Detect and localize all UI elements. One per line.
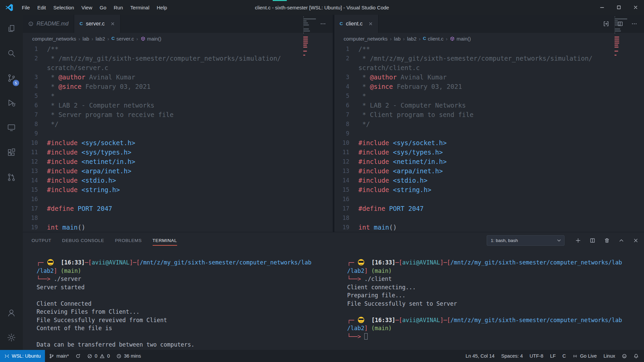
terminal-right[interactable]: ┌─ 😎 [16:33]─[avii@AVINAL]─[/mnt/z/my_gi… xyxy=(333,258,644,350)
breadcrumb-item[interactable]: lab2 xyxy=(407,36,416,42)
activitybar-github-pull-requests[interactable] xyxy=(0,165,23,190)
sync-status[interactable] xyxy=(72,350,84,362)
git-branch[interactable]: main* xyxy=(46,350,72,362)
code-token: #include xyxy=(47,167,78,175)
minimap-line xyxy=(614,49,634,50)
maximize-panel-icon[interactable] xyxy=(619,238,624,243)
code-token xyxy=(389,177,393,184)
c-file-icon: C xyxy=(79,21,83,26)
menu-edit[interactable]: Edit xyxy=(34,3,50,12)
code-token xyxy=(389,148,393,156)
tab-readme.md[interactable]: README.md xyxy=(23,15,74,33)
breadcrumb-item[interactable]: computer_networks xyxy=(344,36,388,42)
code-line: 11#include <sys/types.h> xyxy=(334,147,644,157)
menu-file[interactable]: File xyxy=(18,3,34,12)
minimap-line xyxy=(303,51,307,52)
breadcrumb-item[interactable]: Cserver.c xyxy=(111,36,134,42)
terminal-token: Client Connected xyxy=(37,300,92,307)
titlebar: FileEditSelectionViewGoRunTerminalHelp c… xyxy=(0,0,644,15)
terminal-picker[interactable]: 1: bash, bash xyxy=(487,235,565,246)
tab-server.c[interactable]: Cserver.c xyxy=(74,15,121,33)
panel-tab-debug-console[interactable]: DEBUG CONSOLE xyxy=(62,232,104,248)
menu-run[interactable]: Run xyxy=(110,3,127,12)
code-token: <string.h> xyxy=(82,186,120,193)
code-token: * Server program to receive file xyxy=(47,111,174,118)
cursor-position[interactable]: Ln 45, Col 14 xyxy=(462,350,498,362)
activitybar-run-and-debug[interactable] xyxy=(0,90,23,115)
activitybar-source-control[interactable]: 5 xyxy=(0,66,23,90)
indentation[interactable]: Spaces: 4 xyxy=(498,350,526,362)
remote-indicator[interactable]: WSL: Ubuntu xyxy=(0,350,45,362)
breadcrumb-item[interactable]: lab2 xyxy=(96,36,105,42)
code-line: 9 xyxy=(334,129,644,138)
terminal-left[interactable]: ┌─ 😎 [16:33]─[avii@AVINAL]─[/mnt/z/my_gi… xyxy=(23,258,333,350)
code-line: 4 * @since February 03, 2021 xyxy=(334,82,644,91)
breadcrumb-item[interactable]: lab xyxy=(83,36,89,42)
minimap-line xyxy=(303,26,304,27)
notifications[interactable] xyxy=(630,350,642,362)
menu-terminal[interactable]: Terminal xyxy=(127,3,153,12)
remote-os[interactable]: Linux xyxy=(600,350,619,362)
language-mode[interactable]: C xyxy=(559,350,569,362)
code-text: * @author Avinal Kumar xyxy=(359,72,447,82)
code-line: 2 * /mnt/z/my_git/sixth-semester/compute… xyxy=(334,54,644,63)
breadcrumb-item[interactable]: main() xyxy=(450,36,471,42)
line-number: 5 xyxy=(23,91,47,101)
split-terminal-icon[interactable] xyxy=(590,238,595,243)
code-line: 5 * xyxy=(334,91,644,101)
new-terminal-icon[interactable] xyxy=(575,238,581,243)
eol-sequence[interactable]: LF xyxy=(547,350,559,362)
problems[interactable]: 00 xyxy=(84,350,113,362)
activitybar-search[interactable] xyxy=(0,41,23,66)
breadcrumb-item[interactable]: lab xyxy=(394,36,400,42)
menu-go[interactable]: Go xyxy=(96,3,110,12)
kill-terminal-icon[interactable] xyxy=(604,238,610,243)
panel-tab-terminal[interactable]: TERMINAL xyxy=(153,232,177,248)
panel-tab-problems[interactable]: PROBLEMS xyxy=(115,232,142,248)
open-changes-icon[interactable] xyxy=(603,21,609,27)
close-button[interactable] xyxy=(627,0,644,15)
activitybar-settings[interactable] xyxy=(0,325,23,350)
chevron-down-icon xyxy=(556,238,561,243)
time-tracker[interactable]: 36 mins xyxy=(113,350,144,362)
menu-view[interactable]: View xyxy=(78,3,96,12)
activitybar-remote-explorer[interactable] xyxy=(0,115,23,140)
close-tab-icon[interactable] xyxy=(368,21,373,26)
activitybar-explorer[interactable] xyxy=(0,16,23,41)
code-line: 7 * Client program to send file xyxy=(334,110,644,119)
code-line: 15#include <string.h> xyxy=(23,185,333,194)
code-line: 10#include <sys/socket.h> xyxy=(23,138,333,147)
sync-icon xyxy=(75,354,80,359)
breadcrumb-item[interactable]: Cclient.c xyxy=(423,36,443,42)
close-tab-icon[interactable] xyxy=(110,21,115,26)
activitybar-extensions[interactable] xyxy=(0,140,23,165)
code-text: scratch/client.c xyxy=(359,63,420,72)
tab-client.c[interactable]: Cclient.c xyxy=(334,15,379,33)
encoding[interactable]: UTF-8 xyxy=(526,350,547,362)
minimap[interactable] xyxy=(614,16,634,57)
minimize-button[interactable] xyxy=(594,0,610,15)
code-text: /** xyxy=(359,44,370,54)
code-token: <sys/socket.h> xyxy=(393,139,446,146)
feedback[interactable] xyxy=(619,350,630,362)
minimap-line xyxy=(303,20,307,21)
panel-tab-output[interactable]: OUTPUT xyxy=(32,232,51,248)
code-token: * xyxy=(359,83,370,90)
close-panel-icon[interactable] xyxy=(633,238,639,243)
breadcrumb-item[interactable]: main() xyxy=(141,36,162,42)
maximize-button[interactable] xyxy=(610,0,627,15)
code-editor-server[interactable]: 1/**2 * /mnt/z/my_git/sixth-semester/com… xyxy=(23,44,333,232)
breadcrumb-label: main() xyxy=(147,36,162,42)
go-live[interactable]: Go Live xyxy=(569,350,600,362)
code-text: * xyxy=(47,91,55,101)
menu-selection[interactable]: Selection xyxy=(50,3,78,12)
workbench-main: 5 README.mdCserver.c computer_networks›l… xyxy=(0,15,644,350)
code-editor-client[interactable]: 1/**2 * /mnt/z/my_git/sixth-semester/com… xyxy=(334,44,644,232)
breadcrumb-item[interactable]: computer_networks xyxy=(32,36,76,42)
minimap[interactable] xyxy=(303,16,323,57)
activitybar-accounts[interactable] xyxy=(0,300,23,325)
terminal-token: Preparing file... xyxy=(347,292,406,299)
breadcrumb-separator: › xyxy=(78,36,80,42)
tabs: README.mdCserver.c xyxy=(23,15,121,33)
menu-help[interactable]: Help xyxy=(153,3,171,12)
